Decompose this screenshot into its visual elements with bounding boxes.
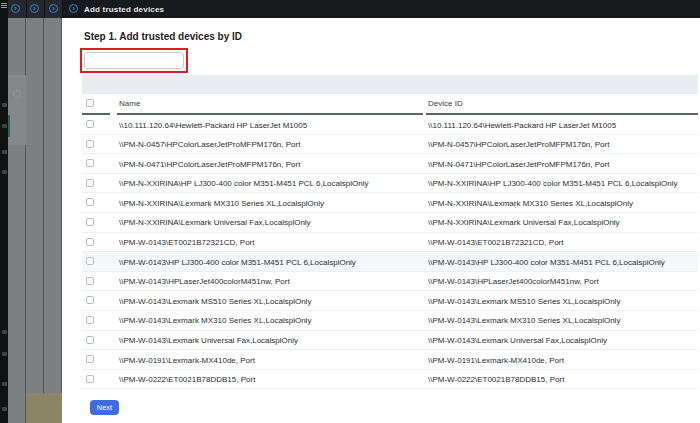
sidebar-settings-icon[interactable] (2, 407, 7, 411)
device-id: \\PM-N-XXIRINA\Lexmark MX310 Series XL,L… (428, 199, 696, 208)
table-row[interactable]: \\PM-W-0143\ET0021B72321CD, Port\\PM-W-0… (82, 233, 698, 253)
app-sidebar (0, 0, 8, 423)
table-row[interactable]: \\10.111.120.64\Hewlett-Packard HP Laser… (82, 115, 698, 135)
device-id: \\PM-N-0471\HPColorLaserJetProMFPM176n, … (428, 160, 696, 169)
table-row[interactable]: \\PM-N-XXIRINA\Lexmark MX310 Series XL,L… (82, 193, 698, 213)
device-name: \\PM-W-0143\HP LJ300-400 color M351-M451… (119, 258, 424, 267)
sidebar-user-icon[interactable] (2, 382, 7, 386)
panel-edge-content (8, 75, 26, 145)
stacked-panel-edge (26, 18, 44, 423)
row-checkbox[interactable] (86, 277, 94, 285)
sidebar-tasks-icon[interactable] (2, 170, 7, 174)
device-id: \\PM-W-0191\Lexmark-MX410de, Port (428, 356, 696, 365)
table-row[interactable]: \\PM-W-0222\ET0021B78DDB15, Port\\PM-W-0… (82, 370, 698, 390)
row-checkbox[interactable] (86, 355, 94, 363)
panel-separator (26, 0, 27, 18)
device-id: \\10.111.120.64\Hewlett-Packard HP Laser… (428, 121, 696, 130)
table-row[interactable]: \\PM-N-0457\HPColorLaserJetProMFPM176n, … (82, 135, 698, 155)
select-all-checkbox[interactable] (86, 99, 94, 107)
device-name: \\PM-W-0143\Lexmark MS510 Series XL,Loca… (119, 297, 424, 306)
table-row[interactable]: \\PM-W-0143\HP LJ300-400 color M351-M451… (82, 252, 698, 272)
device-name: \\PM-W-0143\Lexmark Universal Fax,Locals… (119, 336, 424, 345)
device-name: \\PM-N-0471\HPColorLaserJetProMFPM176n, … (119, 160, 424, 169)
panel-separator (62, 0, 63, 18)
sidebar-lock-icon[interactable] (2, 330, 7, 334)
panel-collapse-icon[interactable]: › (49, 4, 58, 13)
add-trusted-devices-dialog: Step 1. Add trusted devices by ID Name D… (62, 18, 700, 423)
device-id: \\PM-N-XXIRINA\HP LJ300-400 color M351-M… (428, 179, 696, 188)
table-toolbar (82, 75, 698, 94)
step-title: Step 1. Add trusted devices by ID (84, 31, 242, 42)
device-id: \\PM-N-0457\HPColorLaserJetProMFPM176n, … (428, 140, 696, 149)
device-name: \\10.111.120.64\Hewlett-Packard HP Laser… (119, 121, 424, 130)
table-row[interactable]: \\PM-W-0143\HPLaserJet400colorM451nw, Po… (82, 272, 698, 292)
sidebar-console-icon[interactable] (2, 352, 7, 356)
panel-collapse-icon[interactable]: › (30, 4, 39, 13)
table-row[interactable]: \\PM-N-0471\HPColorLaserJetProMFPM176n, … (82, 154, 698, 174)
sidebar-devices-icon[interactable] (2, 103, 7, 107)
sidebar-warning-icon[interactable] (2, 124, 7, 128)
device-id-input[interactable] (84, 52, 184, 69)
status-circle-icon (13, 90, 21, 98)
row-checkbox[interactable] (86, 218, 94, 226)
device-id: \\PM-W-0143\Lexmark MS510 Series XL,Loca… (428, 297, 696, 306)
stacked-panel-edge (44, 18, 62, 423)
table-row[interactable]: \\PM-W-0191\Lexmark-MX410de, Port\\PM-W-… (82, 350, 698, 370)
device-id: \\PM-W-0222\ET0021B78DDB15, Port (428, 375, 696, 384)
device-id: \\PM-W-0143\HP LJ300-400 color M351-M451… (428, 258, 696, 267)
row-checkbox[interactable] (86, 198, 94, 206)
screen: › › › › Add trusted devices Step 1. Add … (0, 0, 700, 423)
device-name: \\PM-W-0191\Lexmark-MX410de, Port (119, 356, 424, 365)
table-row[interactable]: \\PM-W-0143\Lexmark MS510 Series XL,Loca… (82, 291, 698, 311)
device-name: \\PM-W-0143\ET0021B72321CD, Port (119, 238, 424, 247)
row-checkbox[interactable] (86, 336, 94, 344)
table-row[interactable]: \\PM-N-XXIRINA\Lexmark Universal Fax,Loc… (82, 213, 698, 233)
device-name: \\PM-N-XXIRINA\Lexmark Universal Fax,Loc… (119, 218, 424, 227)
device-id: \\PM-W-0143\Lexmark Universal Fax,Locals… (428, 336, 696, 345)
panel-footer-edge (44, 393, 62, 423)
row-checkbox[interactable] (86, 296, 94, 304)
menu-icon[interactable] (1, 3, 7, 9)
table-row[interactable]: \\PM-W-0143\Lexmark MX310 Series XL,Loca… (82, 311, 698, 331)
device-name: \\PM-N-XXIRINA\HP LJ300-400 color M351-M… (119, 179, 424, 188)
device-id: \\PM-W-0143\ET0021B72321CD, Port (428, 238, 696, 247)
device-name: \\PM-W-0222\ET0021B78DDB15, Port (119, 375, 424, 384)
table-row[interactable]: \\PM-N-XXIRINA\HP LJ300-400 color M351-M… (82, 174, 698, 194)
top-bar: › › › › Add trusted devices (8, 0, 700, 18)
panel-collapse-icon[interactable]: › (11, 4, 20, 13)
row-checkbox[interactable] (86, 257, 94, 265)
device-name: \\PM-N-0457\HPColorLaserJetProMFPM176n, … (119, 140, 424, 149)
row-checkbox[interactable] (86, 120, 94, 128)
stacked-panel-edge (8, 18, 26, 423)
row-checkbox[interactable] (86, 375, 94, 383)
panel-separator (44, 0, 45, 18)
device-name: \\PM-N-XXIRINA\Lexmark MX310 Series XL,L… (119, 199, 424, 208)
device-id: \\PM-N-XXIRINA\Lexmark Universal Fax,Loc… (428, 218, 696, 227)
table-row[interactable]: \\PM-W-0143\Lexmark Universal Fax,Locals… (82, 331, 698, 351)
row-checkbox[interactable] (86, 179, 94, 187)
row-checkbox[interactable] (86, 140, 94, 148)
selected-item-marker (8, 115, 10, 137)
dialog-title: Add trusted devices (84, 5, 164, 14)
device-id: \\PM-W-0143\Lexmark MX310 Series XL,Loca… (428, 316, 696, 325)
column-header-device-id: Device ID (428, 99, 463, 108)
device-id: \\PM-W-0143\HPLaserJet400colorM451nw, Po… (428, 277, 696, 286)
column-header-name: Name (119, 99, 140, 108)
row-checkbox[interactable] (86, 238, 94, 246)
panel-footer-edge (26, 393, 44, 423)
device-table-body: \\10.111.120.64\Hewlett-Packard HP Laser… (82, 115, 698, 389)
row-checkbox[interactable] (86, 316, 94, 324)
device-name: \\PM-W-0143\HPLaserJet400colorM451nw, Po… (119, 277, 424, 286)
panel-collapse-icon[interactable]: › (69, 4, 78, 13)
device-name: \\PM-W-0143\Lexmark MX310 Series XL,Loca… (119, 316, 424, 325)
sidebar-reports-icon[interactable] (2, 150, 7, 154)
next-button[interactable]: Next (90, 400, 119, 415)
table-header: Name Device ID (82, 94, 698, 113)
row-checkbox[interactable] (86, 159, 94, 167)
